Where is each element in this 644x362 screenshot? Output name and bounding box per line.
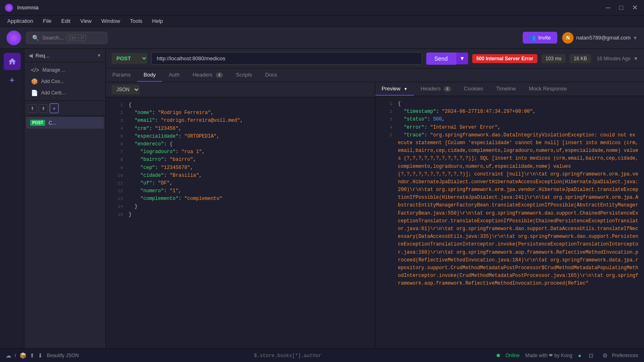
method-select[interactable]: POST GET PUT DELETE PATCH (112, 53, 147, 64)
invite-label: Invite (538, 35, 551, 41)
code-icon: </> (31, 67, 39, 73)
line-number: 2 (112, 109, 123, 117)
url-input[interactable] (151, 52, 422, 65)
beautify-json-button[interactable]: Beautify JSON (47, 353, 79, 358)
maximize-button[interactable]: □ (618, 4, 625, 12)
tab-response-headers[interactable]: Headers 4 (414, 82, 457, 96)
line-number: 13 (112, 195, 123, 203)
statusbar-left: ☁ r 📦 ⬆ ⬇ (6, 352, 43, 359)
line-number: 6 (112, 140, 123, 148)
chevron-down-icon: ▼ (97, 53, 101, 58)
add-cookie-action[interactable]: 🍪 Add Coo... (28, 76, 102, 87)
new-request-button[interactable]: + (50, 103, 59, 113)
send-button-group: Send ▼ (426, 53, 468, 65)
code-content: } (129, 211, 369, 219)
invite-icon: 👥 (529, 35, 536, 41)
jsonpath-input[interactable] (227, 353, 349, 359)
sidebar-toggle-button[interactable]: ⊡ (585, 352, 597, 359)
code-line: 6 "endereco": { (106, 140, 375, 148)
statusbar: ☁ r 📦 ⬆ ⬇ Beautify JSON Online Made with… (0, 348, 644, 362)
line-number: 14 (112, 203, 123, 211)
line-number: 12 (112, 187, 123, 195)
request-body-editor[interactable]: 1{2 "nome": "Rodrigo Ferreira",3 "email"… (106, 97, 375, 348)
tab-timeline[interactable]: Timeline (490, 82, 523, 96)
cloud-sync-icon[interactable]: ☁ (6, 352, 11, 359)
send-button[interactable]: Send (426, 53, 456, 65)
menu-view[interactable]: View (76, 17, 96, 25)
invite-button[interactable]: 👥 Invite (523, 32, 557, 44)
code-content: "bairro": "bairro", (129, 156, 369, 164)
search-icon: 🔍 (32, 35, 39, 41)
send-dropdown-button[interactable]: ▼ (456, 53, 468, 64)
cookie-icon: 🍪 (31, 78, 38, 85)
top-toolbar: 🔍 Search... Ctrl + P 👥 Invite N natan578… (0, 27, 644, 49)
tab-headers[interactable]: Headers 4 (186, 68, 229, 82)
main-content: + ◀ Req... ▼ </> Manage ... 🍪 Add Coo...… (0, 49, 644, 348)
collapse-all-button[interactable]: ⬆ (28, 104, 37, 113)
sidebar-item-home[interactable] (4, 53, 21, 70)
sidebar-add-button[interactable]: + (4, 72, 21, 89)
headers-badge: 4 (216, 72, 223, 78)
code-content: "cidade": "Brasilia", (129, 172, 369, 180)
titlebar: Insomnia ─ □ ✕ (0, 0, 644, 15)
upload-icon[interactable]: ⬆ (30, 352, 35, 359)
code-line: 5 "trace": "org.springframework.dao.Data… (375, 132, 644, 288)
code-content: "numero": "1", (129, 187, 369, 195)
tab-params[interactable]: Params (106, 68, 137, 82)
code-line: 15} (106, 211, 375, 219)
request-panel-controls: ⬆ ⬍ + (24, 101, 105, 116)
request-tabs: Params Body Auth Headers 4 Scripts Docs (106, 68, 644, 82)
tab-docs[interactable]: Docs (258, 68, 284, 82)
code-content: } (129, 203, 369, 211)
expand-all-button[interactable]: ⬍ (39, 104, 48, 113)
user-section[interactable]: N natan5789@gmail.com ▼ (562, 32, 637, 44)
preferences-icon[interactable]: ⚙ (602, 352, 608, 359)
download-icon[interactable]: ⬇ (38, 352, 43, 359)
code-line: 1{ (375, 100, 644, 108)
menu-window[interactable]: Window (97, 17, 124, 25)
line-number: 1 (112, 101, 123, 109)
line-number: 7 (112, 148, 123, 156)
requests-panel: ◀ Req... ▼ </> Manage ... 🍪 Add Coo... 📄… (24, 49, 106, 348)
chevron-down-icon: ▼ (633, 56, 638, 61)
body-format-select[interactable]: JSON XML Text (112, 85, 140, 94)
menu-file[interactable]: File (39, 17, 56, 25)
line-number: 4 (381, 124, 392, 132)
git-icon[interactable]: 📦 (20, 352, 26, 359)
add-cert-action[interactable]: 📄 Add Certi... (28, 88, 102, 98)
menu-application[interactable]: Application (3, 17, 37, 25)
home-logo-button[interactable] (7, 31, 21, 45)
collapse-panel-button[interactable]: ◀ (28, 52, 33, 59)
menu-edit[interactable]: Edit (57, 17, 74, 25)
requests-list: POST C... (24, 116, 105, 348)
requests-header: ◀ Req... ▼ (24, 49, 105, 62)
tab-cookies[interactable]: Cookies (458, 82, 490, 96)
tab-body[interactable]: Body (137, 68, 162, 82)
online-status-text: Online (506, 353, 520, 358)
menu-tools[interactable]: Tools (126, 17, 146, 25)
search-bar[interactable]: 🔍 Search... Ctrl + P (26, 32, 107, 44)
sidebar: + (0, 49, 24, 348)
tab-preview[interactable]: Preview ▼ (375, 82, 414, 96)
line-number: 9 (112, 164, 123, 172)
request-item[interactable]: POST C... (26, 117, 104, 129)
body-toolbar: JSON XML Text (106, 82, 375, 97)
code-content: "uf": "DF", (129, 180, 369, 187)
code-line: 5 "especialidade": "ORTOPEDIA", (106, 133, 375, 140)
minimize-button[interactable]: ─ (604, 4, 612, 12)
svg-point-0 (10, 34, 18, 42)
tab-mock-response[interactable]: Mock Response (522, 82, 573, 96)
code-content: "timestamp": "2024-06-27T18:47:34.297+00… (398, 108, 639, 116)
response-pane: Preview ▼ Headers 4 Cookies Timeline Moc… (375, 82, 644, 348)
code-line: 13 "complemento": "complemento" (106, 195, 375, 203)
close-button[interactable]: ✕ (631, 4, 639, 12)
menu-help[interactable]: Help (148, 17, 167, 25)
line-number: 4 (112, 125, 123, 133)
query-run-icon[interactable]: ● (578, 352, 581, 359)
request-name: C... (48, 120, 56, 126)
requests-panel-title: Req... (35, 53, 94, 59)
tab-scripts[interactable]: Scripts (230, 68, 259, 82)
manage-action[interactable]: </> Manage ... (28, 65, 102, 75)
code-content: { (398, 100, 639, 108)
tab-auth[interactable]: Auth (162, 68, 186, 82)
